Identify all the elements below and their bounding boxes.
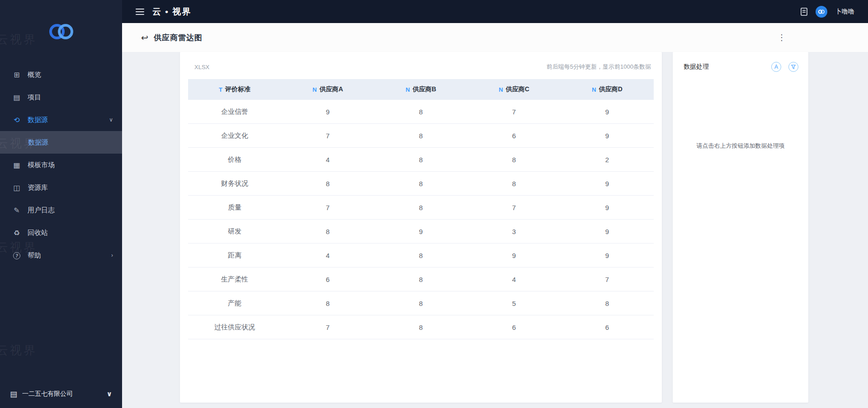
sidebar-item-resource-library[interactable]: ◫ 资源库 [0, 176, 122, 199]
table-cell: 8 [561, 291, 654, 315]
table-cell: 9 [374, 220, 467, 243]
data-processing-title: 数据处理 [684, 63, 709, 71]
chevron-down-icon: ∨ [109, 117, 113, 123]
column-header: N供应商D [561, 79, 654, 100]
table-cell: 过往供应状况 [188, 315, 281, 339]
kebab-menu-icon[interactable]: ⋮ [778, 33, 786, 42]
aggregate-button[interactable]: A [771, 62, 781, 72]
data-processing-head: 数据处理 A [673, 52, 808, 79]
sidebar-item-label: 帮助 [28, 251, 41, 260]
table-row: 产能8858 [188, 291, 654, 315]
app-title: 云 • 视界 [152, 6, 191, 18]
sidebar-item-recycle-bin[interactable]: ♻ 回收站 [0, 221, 122, 244]
page-header: ↩ 供应商雷达图 ⋮ [122, 23, 868, 52]
table-cell: 距离 [188, 244, 281, 267]
chevron-down-icon: ∨ [107, 390, 112, 398]
username[interactable]: 卜噜噜 [835, 8, 854, 16]
data-table: T评价标准N供应商AN供应商BN供应商CN供应商D 企业信誉9879企业文化78… [188, 79, 654, 339]
datasheet-card: XLSX 前后端每5分钟更新，显示前1000条数据 T评价标准N供应商AN供应商… [180, 52, 662, 403]
table-cell: 9 [281, 100, 374, 123]
menu-toggle-icon[interactable] [136, 9, 144, 15]
table-cell: 7 [281, 124, 374, 147]
column-label: 评价标准 [225, 85, 250, 94]
table-cell: 9 [561, 196, 654, 219]
projects-icon: ▤ [12, 93, 22, 102]
sidebar-item-datasource[interactable]: ⟲ 数据源 ∨ [0, 108, 122, 131]
company-selector[interactable]: ▤ 一二五七有限公司 ∨ [0, 384, 122, 404]
table-cell: 9 [561, 172, 654, 195]
table-cell: 7 [467, 196, 561, 219]
table-cell: 企业文化 [188, 124, 281, 147]
number-type-icon: N [312, 86, 316, 93]
sidebar-item-label: 模板市场 [28, 161, 55, 169]
table-cell: 9 [561, 244, 654, 267]
table-cell: 8 [467, 148, 561, 171]
column-header: N供应商B [374, 79, 467, 100]
column-header: N供应商A [281, 79, 374, 100]
table-row: 距离4899 [188, 244, 654, 267]
document-icon[interactable] [801, 8, 807, 16]
data-processing-actions: A [771, 62, 798, 72]
table-cell: 6 [467, 315, 561, 339]
sidebar-item-user-log[interactable]: ✎ 用户日志 [0, 199, 122, 221]
table-cell: 4 [281, 148, 374, 171]
sidebar-subitem-datasource[interactable]: 数据源 [0, 131, 122, 154]
table-body: 企业信誉9879企业文化7869价格4882财务状况8889质量7879研发89… [188, 100, 654, 339]
table-cell: 9 [561, 220, 654, 243]
sidebar-nav: ⊞ 概览 ▤ 项目 ⟲ 数据源 ∨ 数据源 ▦ 模板市场 ◫ 资源 [0, 63, 122, 267]
main-column: 云 • 视界 卜噜噜 [122, 0, 868, 408]
sidebar-item-label: 用户日志 [28, 206, 55, 215]
sidebar-item-label: 数据源 [28, 116, 48, 124]
user-log-icon: ✎ [12, 206, 22, 215]
cards-row: XLSX 前后端每5分钟更新，显示前1000条数据 T评价标准N供应商AN供应商… [122, 52, 868, 408]
sidebar-item-help[interactable]: ? 帮助 › [0, 244, 122, 267]
table-cell: 8 [374, 244, 467, 267]
number-type-icon: N [499, 86, 503, 93]
company-name: 一二五七有限公司 [22, 390, 73, 398]
column-label: 供应商A [320, 85, 343, 94]
sidebar-item-template-market[interactable]: ▦ 模板市场 [0, 154, 122, 176]
logo-icon [46, 21, 76, 42]
app-root: 云视界 云视界 云视界 云视界 ⊞ 概览 ▤ 项目 ⟲ 数据源 ∨ [0, 0, 868, 408]
aggregate-icon: A [774, 64, 778, 70]
app-logo [0, 0, 122, 63]
resource-library-icon: ◫ [12, 183, 22, 192]
sidebar-item-projects[interactable]: ▤ 项目 [0, 86, 122, 108]
table-cell: 3 [467, 220, 561, 243]
filter-button[interactable] [788, 62, 798, 72]
table-cell: 8 [374, 196, 467, 219]
table-cell: 4 [467, 267, 561, 291]
table-cell: 9 [561, 100, 654, 123]
table-row: 财务状况8889 [188, 172, 654, 196]
table-cell: 8 [281, 291, 374, 315]
datasheet-card-head: XLSX 前后端每5分钟更新，显示前1000条数据 [180, 52, 662, 79]
table-row: 企业信誉9879 [188, 100, 654, 124]
company-icon: ▤ [10, 389, 17, 399]
sidebar: 云视界 云视界 云视界 云视界 ⊞ 概览 ▤ 项目 ⟲ 数据源 ∨ [0, 0, 122, 408]
column-label: 供应商B [413, 85, 436, 94]
table-cell: 7 [561, 267, 654, 291]
table-cell: 产能 [188, 291, 281, 315]
column-header: T评价标准 [188, 79, 281, 100]
content-area: ↩ 供应商雷达图 ⋮ XLSX 前后端每5分钟更新，显示前1000条数据 T评价… [122, 23, 868, 408]
table-cell: 6 [281, 267, 374, 291]
table-cell: 8 [467, 172, 561, 195]
empty-hint: 请点击右上方按钮添加数据处理项 [673, 141, 808, 151]
column-header: N供应商C [467, 79, 561, 100]
table-cell: 8 [374, 315, 467, 339]
sidebar-item-overview[interactable]: ⊞ 概览 [0, 63, 122, 86]
table-row: 过往供应状况7866 [188, 315, 654, 339]
back-icon[interactable]: ↩ [141, 33, 148, 43]
sidebar-item-label: 回收站 [28, 229, 48, 237]
watermark: 云视界 [0, 342, 37, 358]
template-market-icon: ▦ [12, 161, 22, 169]
recycle-bin-icon: ♻ [12, 229, 22, 237]
avatar[interactable] [816, 6, 827, 18]
table-cell: 财务状况 [188, 172, 281, 195]
topbar-right: 卜噜噜 [801, 6, 854, 18]
page-title: 供应商雷达图 [154, 33, 203, 43]
column-label: 供应商D [599, 85, 623, 94]
number-type-icon: N [406, 86, 410, 93]
table-row: 研发8939 [188, 220, 654, 244]
data-processing-panel: 数据处理 A 请点击右上方按钮添加数据处理项 [673, 52, 808, 403]
